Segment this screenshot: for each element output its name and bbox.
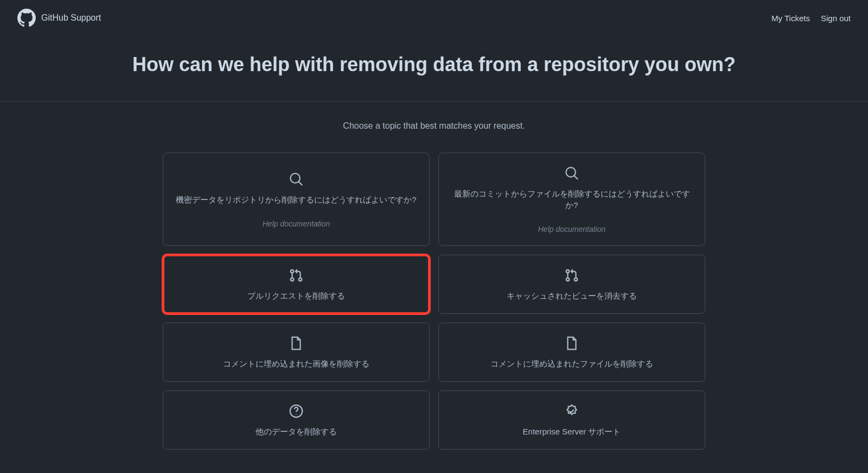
card-delete-embedded-file[interactable]: コメントに埋め込まれたファイルを削除する [438,323,705,382]
svg-point-10 [575,278,578,281]
git-pull-request-icon [564,267,580,283]
header-left: GitHub Support [17,9,101,27]
subtitle: Choose a topic that best matches your re… [163,121,705,131]
card-delete-other-data[interactable]: 他のデータを削除する [163,390,430,450]
footer [163,450,705,473]
search-icon [564,165,580,181]
my-tickets-link[interactable]: My Tickets [771,14,810,23]
svg-line-1 [298,181,302,185]
sign-out-link[interactable]: Sign out [821,14,851,23]
card-title: 機密データをリポジトリから削除するにはどうすればよいですか? [176,194,416,205]
github-logo[interactable] [17,9,36,27]
card-remove-file-latest-commit[interactable]: 最新のコミットからファイルを削除するにはどうすればよいですか? Help doc… [438,153,705,246]
svg-point-9 [566,278,570,281]
file-icon [288,335,304,351]
card-enterprise-server-support[interactable]: Enterprise Server サポート [438,390,705,450]
card-sub: Help documentation [263,219,330,228]
card-title: 他のデータを削除する [256,426,337,437]
check-badge-icon [564,403,580,419]
card-title: コメントに埋め込まれた画像を削除する [223,358,369,369]
brand-text: GitHub Support [41,13,101,23]
card-title: キャッシュされたビューを消去する [507,290,637,301]
topic-grid: 機密データをリポジトリから削除するにはどうすればよいですか? Help docu… [163,153,705,450]
git-pull-request-icon [288,267,304,283]
svg-point-13 [296,414,297,415]
search-icon [288,171,304,187]
card-remove-sensitive-data[interactable]: 機密データをリポジトリから削除するにはどうすればよいですか? Help docu… [163,153,430,246]
card-title: プルリクエストを削除する [247,290,345,301]
svg-point-4 [291,270,294,273]
page-title: How can we help with removing data from … [0,53,868,76]
card-title: 最新のコミットからファイルを削除するにはどうすればよいですか? [450,188,694,211]
svg-point-2 [566,167,576,177]
file-icon [564,335,580,351]
card-sub: Help documentation [538,225,606,234]
content: Choose a topic that best matches your re… [152,102,716,473]
svg-point-0 [290,173,300,183]
header-right: My Tickets Sign out [771,14,851,23]
svg-point-8 [566,270,570,273]
svg-line-3 [574,175,578,179]
card-clear-cached-views[interactable]: キャッシュされたビューを消去する [438,255,705,314]
card-title: Enterprise Server サポート [523,426,621,437]
svg-point-5 [291,278,294,281]
hero: How can we help with removing data from … [0,36,868,102]
card-delete-pull-request[interactable]: プルリクエストを削除する [163,255,430,314]
header: GitHub Support My Tickets Sign out [0,0,868,36]
card-title: コメントに埋め込まれたファイルを削除する [490,358,653,369]
card-delete-embedded-image[interactable]: コメントに埋め込まれた画像を削除する [163,323,430,382]
question-icon [288,403,304,419]
svg-point-6 [299,278,302,281]
